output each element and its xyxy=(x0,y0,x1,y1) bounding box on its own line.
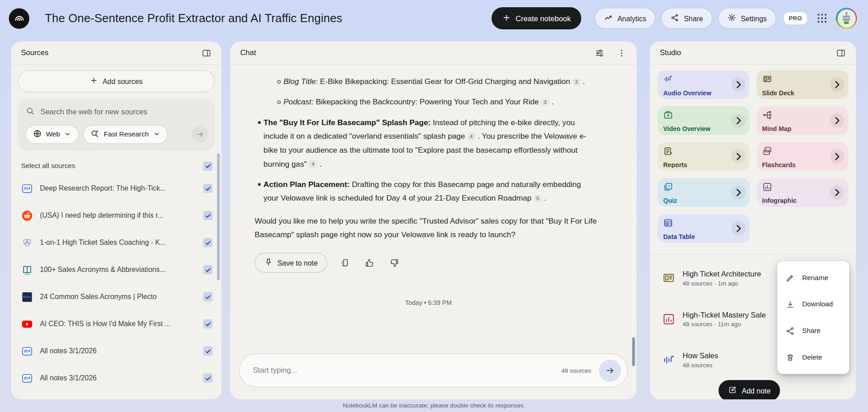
source-list-item[interactable]: 100+ Sales Acronyms & Abbreviations... xyxy=(18,256,215,283)
source-checkbox[interactable] xyxy=(203,184,212,193)
source-checkbox[interactable] xyxy=(203,211,212,220)
reddit-icon xyxy=(21,209,33,221)
web-search-card: Web Fast Research xyxy=(18,99,215,150)
bullet-text: The "Buy It For Life Basecamp" Splash Pa… xyxy=(264,116,596,171)
citation-chip[interactable]: 3 xyxy=(541,98,549,106)
app-header: The One-Sentence Profit Extractor and AI… xyxy=(0,0,868,37)
menu-item-rename[interactable]: Rename xyxy=(777,264,849,291)
plus-icon xyxy=(90,76,98,86)
notebook-title[interactable]: The One-Sentence Profit Extractor and AI… xyxy=(45,12,342,25)
tile-chevron-icon[interactable] xyxy=(830,150,844,164)
source-checkbox[interactable] xyxy=(203,319,212,329)
tile-chevron-icon[interactable] xyxy=(731,77,745,92)
add-note-button[interactable]: Add note xyxy=(718,380,780,399)
studio-tile-infographic[interactable]: Infographic xyxy=(756,178,848,207)
chat-input[interactable] xyxy=(253,366,561,375)
bullet-text: Action Plan Placement: Drafting the copy… xyxy=(264,178,596,205)
source-title: 24 Common Sales Acronyms | Plecto xyxy=(40,293,197,301)
source-list-item[interactable]: (USA) I need help determining if this r.… xyxy=(18,202,215,229)
google-apps-grid-icon[interactable] xyxy=(816,12,828,24)
notebooklm-logo-icon[interactable] xyxy=(9,8,29,28)
source-title: 100+ Sales Acronyms & Abbreviations... xyxy=(40,266,197,274)
chat-scrollbar[interactable] xyxy=(632,337,635,366)
tile-chevron-icon[interactable] xyxy=(731,221,745,236)
tile-chevron-icon[interactable] xyxy=(731,113,745,128)
create-notebook-button[interactable]: Create notebook xyxy=(492,7,581,29)
artifact-title: How Sales xyxy=(683,352,789,360)
svg-text:PLECTO: PLECTO xyxy=(23,296,31,298)
mindmap-icon xyxy=(762,110,772,120)
tile-chevron-icon[interactable] xyxy=(830,113,844,128)
studio-tile-reports[interactable]: Reports xyxy=(658,142,750,171)
studio-tile-flashcards[interactable]: Flashcards xyxy=(756,142,848,171)
research-mode-dropdown[interactable]: Fast Research xyxy=(83,125,167,144)
save-to-note-button[interactable]: Save to note xyxy=(255,253,327,273)
studio-tile-slide-deck[interactable]: Slide Deck xyxy=(756,70,848,99)
pin-icon xyxy=(264,258,273,268)
artifact-meta: 48 sources xyxy=(683,362,789,369)
add-sources-button[interactable]: Add sources xyxy=(18,70,215,93)
menu-item-download[interactable]: Download xyxy=(777,291,849,318)
citation-chip[interactable]: 5 xyxy=(533,195,542,202)
bullet-marker xyxy=(274,101,283,109)
studio-tile-audio-overview[interactable]: Audio Overview xyxy=(658,70,750,99)
studio-tile-quiz[interactable]: ?Quiz xyxy=(658,178,750,207)
copy-response-icon[interactable] xyxy=(337,255,352,270)
user-avatar[interactable] xyxy=(836,8,857,29)
assistant-message: Blog Title: E-Bike Bikepacking: Essentia… xyxy=(242,75,614,205)
plecto-icon: PLECTO xyxy=(21,290,33,303)
thumbs-down-icon[interactable] xyxy=(387,255,402,270)
source-checkbox[interactable] xyxy=(203,374,212,383)
source-checkbox[interactable] xyxy=(203,238,212,248)
settings-button[interactable]: Settings xyxy=(718,8,776,29)
chat-panel-title: Chat xyxy=(240,49,256,57)
menu-item-delete[interactable]: Delete xyxy=(777,344,849,371)
menu-item-share[interactable]: Share xyxy=(777,318,849,344)
chat-bullet-item: Action Plan Placement: Drafting the copy… xyxy=(255,178,614,205)
tile-chevron-icon[interactable] xyxy=(731,185,745,200)
citation-chip[interactable]: 4 xyxy=(467,133,475,140)
chat-input-bar: 48 sources xyxy=(239,353,628,387)
submit-search-button[interactable] xyxy=(192,126,208,143)
source-checkbox[interactable] xyxy=(203,292,212,302)
quiz-icon: ? xyxy=(663,182,673,192)
youtube-icon xyxy=(21,318,33,330)
source-list-item[interactable]: Deep Research Report: The High-Tick... xyxy=(18,175,215,202)
collapse-studio-panel-icon[interactable] xyxy=(834,46,848,60)
chat-timestamp: Today • 6:39 PM xyxy=(242,296,614,310)
source-title: 1-on-1 High Ticket Sales Coaching - K... xyxy=(40,239,197,247)
bullet-text: Podcast: Bikepacking the Backcountry: Po… xyxy=(283,95,614,109)
source-checkbox[interactable] xyxy=(203,265,212,275)
share-button[interactable]: Share xyxy=(661,8,712,29)
menu-item-label: Download xyxy=(802,300,833,308)
analytics-button[interactable]: Analytics xyxy=(594,8,656,29)
chat-settings-tune-icon[interactable] xyxy=(592,46,607,60)
notebook-doc-icon xyxy=(21,182,33,194)
tile-chevron-icon[interactable] xyxy=(830,77,844,92)
web-filter-dropdown[interactable]: Web xyxy=(25,125,79,144)
studio-tile-video-overview[interactable]: Video Overview xyxy=(658,106,750,135)
thumbs-up-icon[interactable] xyxy=(362,255,377,270)
source-list-item[interactable]: PLECTO24 Common Sales Acronyms | Plecto xyxy=(18,283,215,310)
studio-tile-data-table[interactable]: Data Table xyxy=(658,214,750,243)
source-checkbox[interactable] xyxy=(203,346,212,356)
collapse-sources-panel-icon[interactable] xyxy=(199,46,214,60)
source-list-item[interactable]: 1-on-1 High Ticket Sales Coaching - K... xyxy=(18,229,215,256)
tile-chevron-icon[interactable] xyxy=(830,185,844,200)
tile-chevron-icon[interactable] xyxy=(731,150,745,164)
chat-bullet-item: Blog Title: E-Bike Bikepacking: Essentia… xyxy=(274,75,614,89)
notebooklm-app: The One-Sentence Profit Extractor and AI… xyxy=(0,0,868,412)
citation-chip[interactable]: 3 xyxy=(572,78,580,86)
search-web-input[interactable] xyxy=(40,108,208,116)
chat-more-menu-icon[interactable] xyxy=(614,46,629,60)
studio-tile-mind-map[interactable]: Mind Map xyxy=(756,106,848,135)
source-list-item[interactable]: All notes 3/1/2026 xyxy=(18,337,215,365)
bullet-marker xyxy=(274,80,283,89)
source-list-item[interactable]: All notes 3/1/2026 xyxy=(18,365,215,392)
sources-scrollbar[interactable] xyxy=(217,153,220,281)
source-list-item[interactable]: AI CEO: THIS is How I'd Make My First ..… xyxy=(18,310,215,337)
studio-tile-grid: Audio OverviewSlide DeckVideo OverviewMi… xyxy=(658,70,848,243)
citation-chip[interactable]: 4 xyxy=(309,160,317,168)
select-all-checkbox[interactable] xyxy=(203,161,212,171)
send-message-button[interactable] xyxy=(599,359,621,381)
